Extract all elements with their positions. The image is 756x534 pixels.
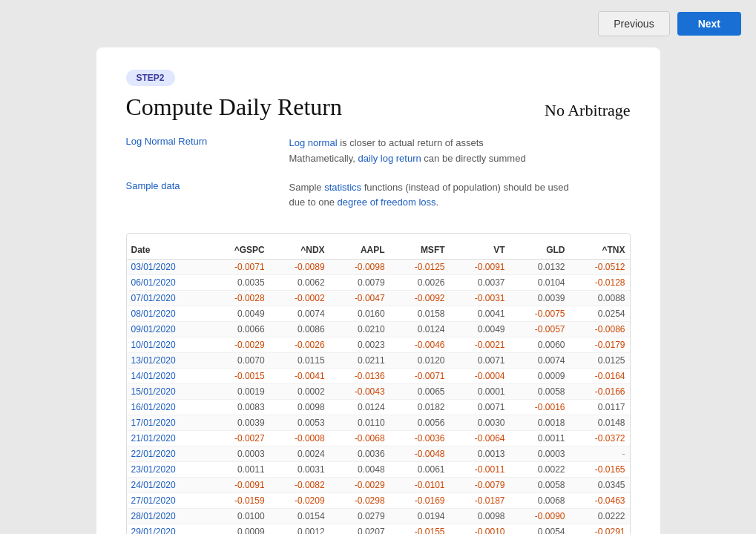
cell-aapl: -0.0029 xyxy=(329,478,389,493)
cell-ndx: 0.0012 xyxy=(269,524,329,534)
cell-date: 17/01/2020 xyxy=(127,415,209,431)
cell-vt: 0.0030 xyxy=(450,415,510,431)
cell-msft: 0.0026 xyxy=(389,275,450,291)
desc-text-log-2: Mathametically, daily log return can be … xyxy=(289,153,526,164)
cell-date: 09/01/2020 xyxy=(127,322,209,337)
col-date: Date xyxy=(127,241,209,260)
brand-text: No Arbitrage xyxy=(545,101,630,120)
cell-msft: -0.0101 xyxy=(389,478,450,493)
cell-tnx: 0.0345 xyxy=(569,478,629,493)
cell-gspc: 0.0003 xyxy=(208,446,269,462)
cell-date: 23/01/2020 xyxy=(127,462,209,478)
cell-gspc: 0.0039 xyxy=(208,415,269,431)
cell-gspc: 0.0100 xyxy=(208,509,269,524)
cell-tnx: -0.0164 xyxy=(569,369,629,384)
highlight-degree: degree of freedom loss xyxy=(338,197,436,208)
cell-gld: 0.0104 xyxy=(510,275,570,291)
desc-row-sample: Sample data Sample statistics functions … xyxy=(126,180,631,211)
cell-gspc: -0.0029 xyxy=(208,337,269,353)
cell-gspc: -0.0015 xyxy=(208,369,269,384)
cell-ndx: -0.0008 xyxy=(269,431,329,446)
cell-gspc: 0.0019 xyxy=(208,384,269,400)
cell-ndx: -0.0026 xyxy=(269,337,329,353)
highlight-statistics: statistics xyxy=(324,182,361,193)
cell-ndx: -0.0082 xyxy=(269,478,329,493)
cell-vt: -0.0021 xyxy=(450,337,510,353)
cell-date: 29/01/2020 xyxy=(127,524,209,534)
cell-gspc: 0.0070 xyxy=(208,353,269,369)
table-row: 28/01/20200.01000.01540.02790.01940.0098… xyxy=(127,509,630,524)
data-table: Date ^GSPC ^NDX AAPL MSFT VT GLD ^TNX 03… xyxy=(127,241,630,534)
desc-content-sample: Sample statistics functions (instead of … xyxy=(289,180,631,211)
cell-aapl: -0.0043 xyxy=(329,384,389,400)
cell-date: 28/01/2020 xyxy=(127,509,209,524)
cell-msft: -0.0155 xyxy=(389,524,450,534)
cell-date: 13/01/2020 xyxy=(127,353,209,369)
cell-msft: -0.0036 xyxy=(389,431,450,446)
cell-vt: -0.0010 xyxy=(450,524,510,534)
cell-ndx: 0.0053 xyxy=(269,415,329,431)
cell-gspc: -0.0071 xyxy=(208,260,269,275)
cell-tnx: -0.0512 xyxy=(569,260,629,275)
cell-gspc: 0.0035 xyxy=(208,275,269,291)
cell-aapl: 0.0279 xyxy=(329,509,389,524)
cell-msft: 0.0158 xyxy=(389,306,450,322)
table-wrapper: Date ^GSPC ^NDX AAPL MSFT VT GLD ^TNX 03… xyxy=(126,233,631,534)
cell-gld: 0.0003 xyxy=(510,446,570,462)
cell-ndx: 0.0002 xyxy=(269,384,329,400)
table-row: 13/01/20200.00700.01150.02110.01200.0071… xyxy=(127,353,630,369)
cell-ndx: -0.0089 xyxy=(269,260,329,275)
table-row: 22/01/20200.00030.00240.0036-0.00480.001… xyxy=(127,446,630,462)
cell-ndx: -0.0002 xyxy=(269,291,329,306)
cell-gld: 0.0039 xyxy=(510,291,570,306)
cell-tnx: 0.0254 xyxy=(569,306,629,322)
cell-gld: 0.0074 xyxy=(510,353,570,369)
cell-aapl: 0.0207 xyxy=(329,524,389,534)
cell-gspc: -0.0091 xyxy=(208,478,269,493)
cell-date: 24/01/2020 xyxy=(127,478,209,493)
cell-date: 27/01/2020 xyxy=(127,493,209,509)
col-aapl: AAPL xyxy=(329,241,389,260)
cell-gld: 0.0132 xyxy=(510,260,570,275)
cell-aapl: -0.0098 xyxy=(329,260,389,275)
cell-date: 06/01/2020 xyxy=(127,275,209,291)
cell-ndx: 0.0086 xyxy=(269,322,329,337)
cell-vt: 0.0071 xyxy=(450,400,510,415)
cell-ndx: 0.0024 xyxy=(269,446,329,462)
table-row: 15/01/20200.00190.0002-0.00430.00650.000… xyxy=(127,384,630,400)
table-row: 24/01/2020-0.0091-0.0082-0.0029-0.0101-0… xyxy=(127,478,630,493)
cell-date: 07/01/2020 xyxy=(127,291,209,306)
cell-msft: 0.0124 xyxy=(389,322,450,337)
previous-button[interactable]: Previous xyxy=(598,11,669,36)
cell-aapl: 0.0079 xyxy=(329,275,389,291)
table-row: 06/01/20200.00350.00620.00790.00260.0037… xyxy=(127,275,630,291)
cell-tnx: -0.0179 xyxy=(569,337,629,353)
cell-msft: 0.0065 xyxy=(389,384,450,400)
cell-vt: 0.0013 xyxy=(450,446,510,462)
cell-aapl: 0.0210 xyxy=(329,322,389,337)
cell-vt: 0.0098 xyxy=(450,509,510,524)
step-badge: STEP2 xyxy=(126,70,175,86)
table-row: 29/01/20200.00090.00120.0207-0.0155-0.00… xyxy=(127,524,630,534)
cell-gld: 0.0060 xyxy=(510,337,570,353)
cell-msft: 0.0056 xyxy=(389,415,450,431)
cell-aapl: 0.0124 xyxy=(329,400,389,415)
cell-msft: -0.0048 xyxy=(389,446,450,462)
cell-vt: 0.0049 xyxy=(450,322,510,337)
cell-ndx: 0.0154 xyxy=(269,509,329,524)
table-row: 09/01/20200.00660.00860.02100.01240.0049… xyxy=(127,322,630,337)
desc-content-log: Log normal is closer to actual return of… xyxy=(289,136,631,167)
next-button[interactable]: Next xyxy=(677,12,741,36)
table-header-row: Date ^GSPC ^NDX AAPL MSFT VT GLD ^TNX xyxy=(127,241,630,260)
cell-msft: -0.0046 xyxy=(389,337,450,353)
cell-vt: -0.0031 xyxy=(450,291,510,306)
cell-tnx: -0.0463 xyxy=(569,493,629,509)
page-header: Compute Daily Return No Arbitrage xyxy=(126,93,631,121)
cell-date: 21/01/2020 xyxy=(127,431,209,446)
cell-vt: -0.0079 xyxy=(450,478,510,493)
col-tnx: ^TNX xyxy=(569,241,629,260)
cell-tnx: -0.0165 xyxy=(569,462,629,478)
cell-vt: -0.0064 xyxy=(450,431,510,446)
cell-ndx: 0.0098 xyxy=(269,400,329,415)
cell-gspc: 0.0049 xyxy=(208,306,269,322)
